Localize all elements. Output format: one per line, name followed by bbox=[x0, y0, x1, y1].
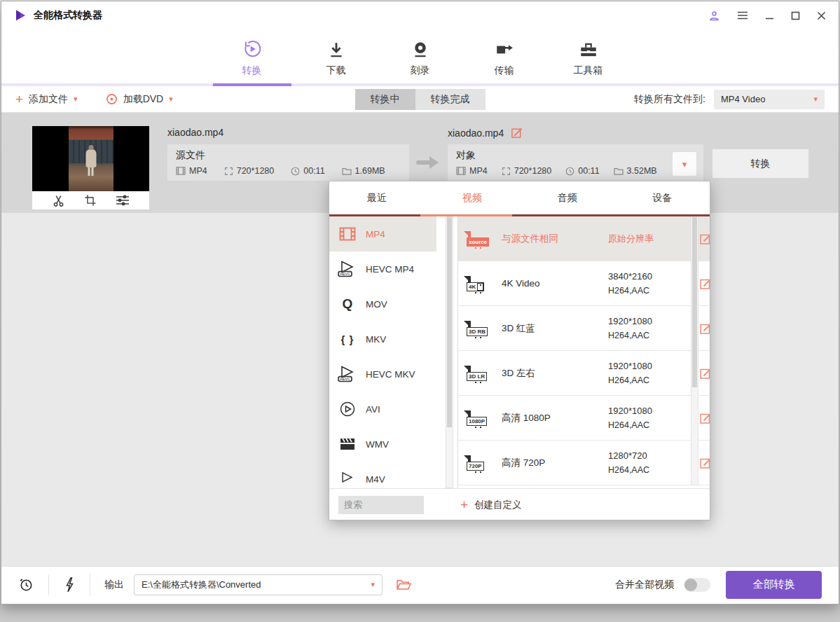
file-size-folder-icon bbox=[342, 167, 352, 175]
tab-transfer[interactable]: 传输 bbox=[478, 29, 531, 86]
minimize-button[interactable] bbox=[765, 11, 774, 20]
add-files-button[interactable]: + 添加文件 ▾ bbox=[15, 93, 78, 106]
1080p-doc-icon: 1080P bbox=[468, 412, 502, 424]
film-icon bbox=[176, 167, 186, 175]
chevron-down-icon: ▾ bbox=[169, 95, 173, 104]
target-size: 3.52MB bbox=[627, 166, 657, 176]
format-row-hevc-mkv[interactable]: HEVC HEVC MKV bbox=[329, 357, 436, 392]
edit-preset-icon[interactable] bbox=[699, 367, 710, 380]
transfer-icon bbox=[495, 39, 514, 59]
crop-icon[interactable] bbox=[84, 194, 97, 207]
target-file-name-row: xiaodao.mp4 bbox=[448, 127, 523, 139]
edit-preset-icon[interactable] bbox=[699, 322, 710, 335]
popup-tab-recent[interactable]: 最近 bbox=[329, 181, 425, 214]
tab-burn[interactable]: 刻录 bbox=[394, 29, 447, 86]
tab-toolbox[interactable]: 工具箱 bbox=[562, 29, 615, 86]
schedule-alarm-icon[interactable] bbox=[18, 576, 34, 593]
format-list-scrollbar[interactable] bbox=[446, 216, 453, 488]
close-button[interactable] bbox=[817, 11, 826, 20]
preset-row-4k[interactable]: 4K 4K Video 3840*2160H264,AAC bbox=[458, 261, 710, 306]
effects-sliders-icon[interactable] bbox=[116, 194, 130, 207]
source-resolution: 720*1280 bbox=[237, 166, 275, 176]
format-row-mkv[interactable]: { } MKV bbox=[329, 322, 436, 357]
preset-row-3d-red-blue[interactable]: 3D RB 3D 红蓝 1920*1080H264,AAC bbox=[458, 306, 710, 351]
search-input[interactable] bbox=[338, 496, 424, 514]
format-row-m4v[interactable]: M4V bbox=[329, 462, 436, 488]
preset-list: source 与源文件相同 原始分辨率 4K 4K Video 3840*216… bbox=[457, 216, 710, 488]
popup-tab-audio[interactable]: 音频 bbox=[520, 181, 615, 214]
convert-to-label: 转换所有文件到: bbox=[634, 93, 705, 106]
merge-videos-toggle[interactable] bbox=[684, 578, 710, 592]
3d-lr-doc-icon: 3D LR bbox=[468, 367, 502, 380]
rename-edit-icon[interactable] bbox=[511, 127, 523, 139]
source-info-box: 源文件 MP4 720*1280 00:11 1.69MB bbox=[167, 144, 409, 181]
target-format-dropdown-button[interactable]: ▾ bbox=[672, 151, 697, 177]
high-speed-bolt-icon[interactable] bbox=[63, 577, 76, 593]
preset-row-same-as-source[interactable]: source 与源文件相同 原始分辨率 bbox=[458, 216, 710, 261]
duration-clock-icon bbox=[291, 167, 300, 176]
720p-doc-icon: 720P bbox=[468, 457, 502, 469]
main-nav: 转换 下载 刻录 传输 bbox=[1, 29, 839, 86]
burn-disc-icon bbox=[411, 39, 429, 59]
tab-toolbox-label: 工具箱 bbox=[574, 64, 603, 77]
convert-all-button[interactable]: 全部转换 bbox=[726, 571, 822, 599]
convert-to-select[interactable]: MP4 Video ▾ bbox=[714, 90, 825, 109]
preset-row-hd-720p[interactable]: 720P 高清 720P 1280*720H264,AAC bbox=[458, 441, 710, 485]
load-dvd-button[interactable]: 加载DVD ▾ bbox=[106, 93, 173, 106]
app-window: 全能格式转换器 转换 bbox=[1, 1, 839, 604]
source-file-name: xiaodao.mp4 bbox=[167, 127, 223, 138]
preset-row-3d-left-right[interactable]: 3D LR 3D 左右 1920*1080H264,AAC bbox=[458, 351, 710, 396]
hevc-play-icon: HEVC bbox=[329, 366, 366, 382]
clip-toolbar bbox=[32, 191, 149, 209]
format-row-mp4[interactable]: MP4 bbox=[329, 216, 436, 251]
add-files-label: 添加文件 bbox=[29, 93, 68, 106]
account-icon[interactable] bbox=[708, 10, 720, 22]
chevron-down-icon: ▾ bbox=[371, 580, 375, 589]
app-title: 全能格式转换器 bbox=[34, 9, 102, 22]
file-size-folder-icon bbox=[614, 167, 624, 175]
target-resolution: 720*1280 bbox=[514, 166, 552, 176]
tab-finished[interactable]: 转换完成 bbox=[415, 89, 486, 110]
3d-rb-doc-icon: 3D RB bbox=[468, 322, 502, 335]
tab-convert[interactable]: 转换 bbox=[226, 29, 279, 86]
merge-videos-label: 合并全部视频 bbox=[615, 579, 674, 591]
open-folder-icon[interactable] bbox=[397, 579, 411, 590]
maximize-button[interactable] bbox=[791, 11, 800, 20]
convert-to-value: MP4 Video bbox=[721, 94, 765, 104]
plus-icon: + bbox=[15, 95, 23, 104]
trim-scissors-icon[interactable] bbox=[52, 194, 65, 207]
convert-direction-arrow-icon bbox=[416, 155, 440, 170]
app-logo-icon bbox=[14, 9, 27, 22]
format-row-mov[interactable]: Q MOV bbox=[329, 286, 436, 322]
edit-preset-icon[interactable] bbox=[699, 412, 710, 424]
tab-converting[interactable]: 转换中 bbox=[355, 89, 415, 110]
tab-download[interactable]: 下载 bbox=[310, 29, 363, 86]
target-info-box: 对象 MP4 720*1280 00:11 3.52MB bbox=[448, 144, 703, 181]
target-duration: 00:11 bbox=[578, 166, 599, 176]
dvd-disc-icon bbox=[106, 93, 118, 105]
m4v-play-icon bbox=[329, 471, 366, 487]
format-row-avi[interactable]: AVI bbox=[329, 392, 436, 427]
output-path-select[interactable]: E:\全能格式转换器\Converted ▾ bbox=[134, 574, 383, 595]
create-custom-button[interactable]: + 创建自定义 bbox=[460, 499, 522, 511]
edit-preset-icon[interactable] bbox=[699, 233, 710, 245]
popup-tab-video[interactable]: 视频 bbox=[425, 181, 520, 214]
target-box-title: 对象 bbox=[456, 149, 695, 162]
source-doc-icon: source bbox=[468, 233, 502, 245]
source-box-title: 源文件 bbox=[176, 149, 401, 162]
menu-icon[interactable] bbox=[737, 11, 748, 20]
duration-clock-icon bbox=[565, 167, 574, 176]
person-figure bbox=[85, 149, 96, 167]
convert-row-button[interactable]: 转换 bbox=[712, 149, 808, 178]
edit-preset-icon[interactable] bbox=[699, 457, 710, 469]
preset-list-scrollbar[interactable] bbox=[691, 216, 698, 485]
video-thumbnail bbox=[32, 126, 149, 209]
format-row-wmv[interactable]: WMV bbox=[329, 427, 436, 462]
format-row-hevc-mp4[interactable]: HEVC HEVC MP4 bbox=[329, 251, 436, 286]
preset-row-hd-1080p[interactable]: 1080P 高清 1080P 1920*1080H264,AAC bbox=[458, 396, 710, 441]
popup-tab-device[interactable]: 设备 bbox=[614, 181, 710, 214]
resolution-icon bbox=[224, 167, 233, 176]
play-circle-icon bbox=[329, 401, 366, 417]
edit-preset-icon[interactable] bbox=[699, 277, 710, 290]
chevron-down-icon: ▾ bbox=[682, 159, 687, 170]
